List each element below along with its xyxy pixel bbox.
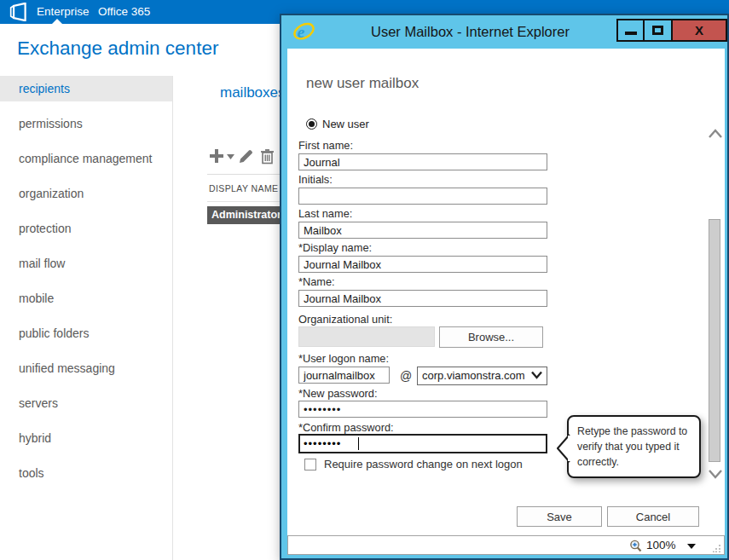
password-tooltip: Retype the password to verify that you t… [567,415,701,478]
plus-icon[interactable] [209,148,224,164]
sidebar-item-mobile[interactable]: mobile [0,286,172,311]
domain-select[interactable]: corp.viamonstra.com [417,367,547,385]
at-sign: @ [400,369,412,383]
close-button[interactable]: X [673,19,727,42]
sidebar-item-mail-flow[interactable]: mail flow [0,251,172,276]
sidebar-item-unified-messaging[interactable]: unified messaging [0,355,172,381]
confirm-password-field[interactable] [298,434,547,453]
text-cursor [358,437,359,450]
new-password-field[interactable] [298,401,547,418]
organizational-unit-field [298,326,435,347]
sidebar-item-public-folders[interactable]: public folders [0,320,172,346]
caret-down-icon[interactable] [227,154,234,160]
cancel-button[interactable]: Cancel [607,506,699,527]
new-user-radio[interactable]: New user [306,117,369,130]
page-title: Exchange admin center [17,38,218,60]
require-password-change-checkbox-row[interactable]: Require password change on next logon [304,458,523,471]
sidebar-item-compliance-management[interactable]: compliance management [0,146,172,171]
first-name-field[interactable] [298,153,547,170]
confirm-password-wrap [298,434,547,453]
ie-logo-icon: e [292,20,315,43]
display-name-label: *Display name: [298,241,372,254]
magnifier-zoom-icon[interactable] [629,540,643,553]
user-mailbox-dialog: e User Mailbox - Internet Explorer X new… [280,14,729,560]
trash-icon[interactable] [260,148,275,165]
name-label: *Name: [298,275,335,288]
tooltip-tail [557,434,570,463]
organizational-unit-label: Organizational unit: [298,313,392,326]
browse-button[interactable]: Browse... [439,326,543,348]
scrollbar-thumb[interactable] [709,219,720,462]
domain-select-value: corp.viamonstra.com [422,369,525,382]
minimize-button[interactable] [616,19,645,42]
display-name-field[interactable] [298,256,547,273]
sidebar-item-recipients[interactable]: recipients [0,76,172,101]
initials-field[interactable] [298,188,547,205]
name-field[interactable] [298,290,547,307]
require-password-change-label: Require password change on next logon [324,458,523,471]
table-row-administrator[interactable]: Administrator [207,206,281,224]
radio-selected-icon [306,118,317,130]
resize-grip[interactable] [713,544,721,552]
tab-office-365[interactable]: Office 365 [98,0,150,24]
maximize-button[interactable] [645,19,673,42]
new-user-radio-label: New user [322,118,369,130]
svg-text:e: e [298,22,305,41]
dialog-titlebar[interactable]: e User Mailbox - Internet Explorer X [281,15,727,49]
chevron-down-icon [531,371,542,379]
sidebar-item-permissions[interactable]: permissions [0,111,172,136]
tab-mailboxes[interactable]: mailboxes [220,84,286,101]
password-tooltip-text: Retype the password to verify that you t… [577,425,687,468]
initials-label: Initials: [298,173,333,186]
minimize-icon [625,32,637,35]
save-button[interactable]: Save [517,506,602,527]
column-divider [207,201,280,202]
active-tab-notch [51,19,63,25]
sidebar-item-hybrid[interactable]: hybrid [0,425,172,451]
close-icon: X [695,23,703,38]
column-header-display-name: DISPLAY NAME [209,183,278,193]
pencil-icon[interactable] [238,148,254,165]
scroll-chevron-down-icon[interactable] [708,468,723,480]
screen: Enterprise Office 365 Exchange admin cen… [0,0,729,560]
sidebar-item-organization[interactable]: organization [0,181,172,206]
dialog-heading: new user mailbox [306,75,419,92]
sidebar-nav: recipients permissions compliance manage… [0,76,172,495]
first-name-label: First name: [298,139,353,152]
zoom-caret-icon[interactable] [687,544,696,549]
toolbar-divider [207,174,280,175]
last-name-field[interactable] [298,222,547,239]
dialog-title: User Mailbox - Internet Explorer [333,15,608,49]
scroll-chevron-up-icon[interactable] [708,128,723,140]
user-logon-name-field[interactable] [298,367,390,384]
sidebar-divider [172,76,173,560]
sidebar-item-protection[interactable]: protection [0,216,172,241]
user-logon-name-label: *User logon name: [298,352,389,365]
sidebar-item-tools[interactable]: tools [0,460,172,486]
checkbox-unchecked-icon[interactable] [304,459,316,471]
new-password-label: *New password: [298,387,377,400]
office-logo-icon[interactable] [9,3,29,21]
dialog-statusbar: 100% [287,535,725,555]
last-name-label: Last name: [298,207,352,220]
maximize-icon [652,26,663,35]
confirm-password-label: *Confirm password: [298,421,394,434]
sidebar-item-servers[interactable]: servers [0,390,172,416]
zoom-level: 100% [646,539,676,551]
